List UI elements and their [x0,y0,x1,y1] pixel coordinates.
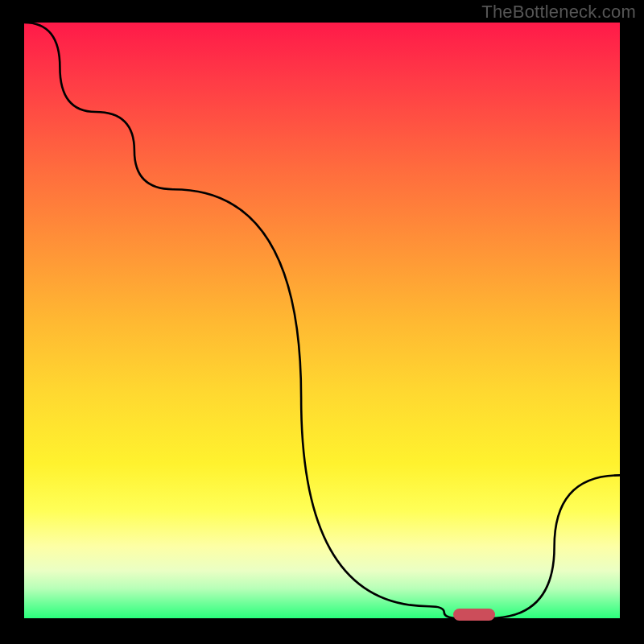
chart-container: TheBottleneck.com [0,0,644,644]
plot-area [24,23,620,618]
curve-svg [24,23,620,618]
watermark-text: TheBottleneck.com [481,2,636,23]
bottleneck-curve [24,23,620,618]
minimum-marker [453,609,495,621]
